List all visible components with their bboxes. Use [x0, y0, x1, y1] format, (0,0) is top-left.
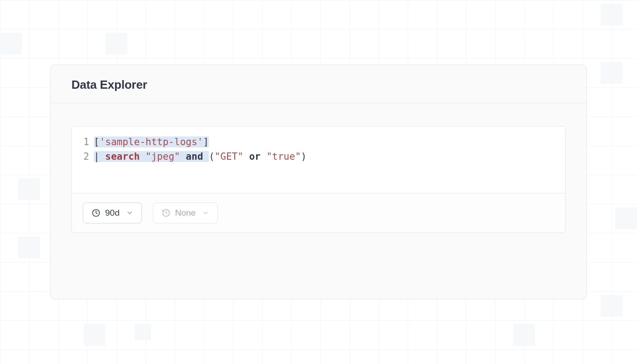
line-number: 1 — [79, 135, 89, 149]
line-content[interactable]: ['sample-http-logs'] — [94, 135, 209, 149]
line-content[interactable]: | search "jpeg" and ("GET" or "true") — [94, 149, 307, 164]
history-icon — [162, 208, 171, 217]
panel-header: Data Explorer — [51, 65, 586, 103]
code-line: 1 ['sample-http-logs'] — [79, 135, 558, 149]
line-number: 2 — [79, 149, 89, 164]
compare-button[interactable]: None — [153, 202, 218, 223]
editor-toolbar: 90d None — [72, 193, 565, 233]
panel-title: Data Explorer — [71, 78, 566, 92]
code-area[interactable]: 1 ['sample-http-logs'] 2 | search "jpeg"… — [72, 126, 565, 193]
time-range-button[interactable]: 90d — [83, 202, 142, 223]
query-editor[interactable]: 1 ['sample-http-logs'] 2 | search "jpeg"… — [71, 126, 566, 233]
chevron-down-icon — [202, 209, 209, 217]
chevron-down-icon — [126, 209, 133, 217]
data-explorer-panel: Data Explorer 1 ['sample-http-logs'] 2 |… — [50, 65, 587, 299]
code-line: 2 | search "jpeg" and ("GET" or "true") — [79, 149, 558, 164]
compare-label: None — [175, 208, 196, 218]
clock-icon — [91, 208, 101, 217]
time-range-label: 90d — [105, 208, 120, 218]
